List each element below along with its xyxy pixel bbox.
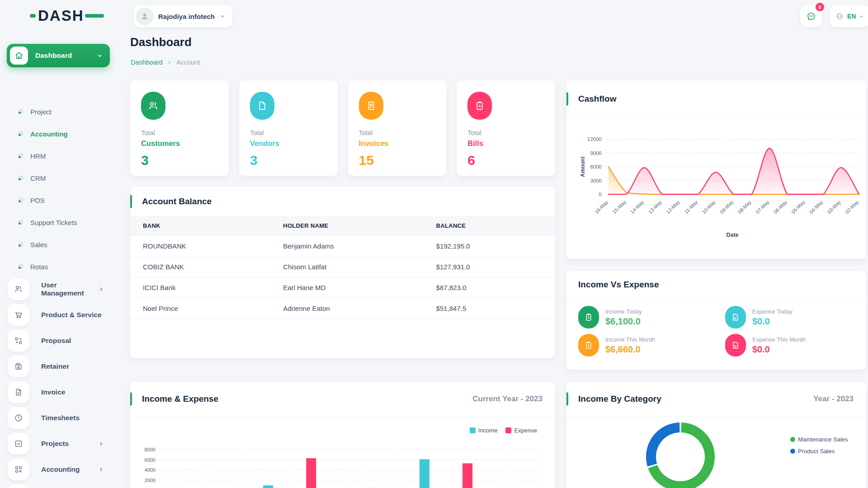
bullet-icon xyxy=(19,198,23,202)
svg-text:12-May: 12-May xyxy=(665,199,681,215)
svg-text:0: 0 xyxy=(599,192,602,197)
table-row: COBIZ BANK Chisom Latifat $127,931.0 xyxy=(130,257,555,277)
svg-text:09-May: 09-May xyxy=(719,199,735,215)
person-dashed-icon xyxy=(8,484,29,488)
sidebar-item-projects[interactable]: Projects xyxy=(0,433,120,455)
section-title: Income By Category xyxy=(578,394,661,404)
amount-value: $0.0 xyxy=(752,344,806,355)
chevron-down-icon xyxy=(97,53,103,59)
sidebar-item-invoice[interactable]: Invoice xyxy=(0,381,120,403)
bullet-icon xyxy=(19,220,23,225)
svg-text:08-May: 08-May xyxy=(737,199,753,215)
person-icon xyxy=(140,11,150,21)
chevron-right-icon xyxy=(99,286,104,292)
cart-icon xyxy=(8,304,29,326)
chevron-down-icon xyxy=(220,14,225,19)
invoice-icon xyxy=(359,92,383,120)
amount-value: $6,100.0 xyxy=(605,316,642,327)
document-icon xyxy=(725,306,746,328)
sidebar-item-dashboard[interactable]: Dashboard xyxy=(7,44,110,67)
amount-value: $6,660.0 xyxy=(605,344,655,355)
svg-text:6000: 6000 xyxy=(590,164,602,169)
home-iconbox xyxy=(10,47,28,65)
period-label: Current Year - 2023 xyxy=(472,394,542,404)
clock-icon xyxy=(8,407,29,429)
chevron-down-icon xyxy=(859,14,864,19)
stat-card-invoices[interactable]: Total Invoices 15 xyxy=(348,80,447,176)
legend-product-sales: Product Sales xyxy=(790,448,848,455)
breadcrumb: Dashboard Account xyxy=(131,59,200,66)
sidebar-item-timesheets[interactable]: Timesheets xyxy=(0,407,120,429)
legend-swatch-icon xyxy=(470,427,476,433)
table-row: ROUNDBANK Benjamin Adams $192,195.0 xyxy=(130,236,555,257)
chevron-right-icon xyxy=(99,441,104,446)
sidebar-item-support-tickets[interactable]: Support Tickets xyxy=(0,217,120,227)
svg-text:16-May: 16-May xyxy=(594,199,609,215)
sidebar-item-retainer[interactable]: Retainer xyxy=(0,356,120,377)
sidebar-item-hrm-menu[interactable]: HRM xyxy=(0,484,120,488)
logo-text: DASH xyxy=(38,7,84,24)
sidebar-item-crm[interactable]: CRM xyxy=(0,173,120,183)
app-logo[interactable]: DASH xyxy=(30,7,104,24)
svg-text:2000: 2000 xyxy=(145,478,156,483)
avatar xyxy=(136,8,153,25)
legend-maintenance-sales: Maintenance Sales xyxy=(790,436,848,443)
document-icon xyxy=(725,334,746,357)
chevron-right-icon xyxy=(99,467,104,472)
sidebar-item-project[interactable]: Project xyxy=(0,107,120,117)
legend-expense: Expense xyxy=(505,427,537,434)
sidebar-sub-menu: Project Accounting HRM CRM POS Support T… xyxy=(0,107,120,284)
expense-today-item: Expense Today $0.0 xyxy=(725,306,793,328)
stat-card-customers[interactable]: Total Customers 3 xyxy=(130,80,229,176)
topbar: DASH Rajodiya infotech 0 EN xyxy=(0,0,868,33)
sidebar-item-label: Dashboard xyxy=(35,52,72,60)
stat-value: 15 xyxy=(359,153,436,168)
svg-text:4000: 4000 xyxy=(145,467,156,473)
chart-legend: Income Expense xyxy=(470,427,537,434)
messages-button[interactable]: 0 xyxy=(800,5,822,27)
breadcrumb-dashboard-link[interactable]: Dashboard xyxy=(131,59,163,66)
bill-icon: $ xyxy=(578,306,599,328)
sidebar-item-accounting[interactable]: Accounting xyxy=(0,129,120,139)
svg-text:8000: 8000 xyxy=(145,447,156,452)
sidebar-item-pos[interactable]: POS xyxy=(0,195,120,205)
sidebar-item-rotas[interactable]: Rotas xyxy=(0,262,120,272)
language-dropdown[interactable]: EN xyxy=(830,5,868,27)
stat-value: 3 xyxy=(250,153,327,168)
expense-this-month-item: Expense This Month $0.0 xyxy=(725,334,806,357)
legend-swatch-icon xyxy=(505,427,511,433)
svg-text:6000: 6000 xyxy=(145,457,156,463)
stat-cards-row: Total Customers 3 Total Vendors 3 Total … xyxy=(130,80,555,176)
stat-value: 6 xyxy=(467,153,544,168)
svg-text:10-May: 10-May xyxy=(701,199,717,215)
note-icon xyxy=(250,92,274,120)
svg-text:05-May: 05-May xyxy=(790,199,806,215)
customers-icon xyxy=(141,92,165,120)
grid-plus-icon xyxy=(8,459,29,480)
svg-text:$: $ xyxy=(588,316,590,319)
period-label: Year - 2023 xyxy=(813,394,854,404)
sidebar-item-hrm[interactable]: HRM xyxy=(0,151,120,161)
sidebar-item-product-service[interactable]: Product & Service xyxy=(0,304,120,326)
svg-text:9000: 9000 xyxy=(590,150,602,156)
table-row: ICICI Bank Earl Hane MD $87,823.0 xyxy=(130,277,555,298)
svg-text:$: $ xyxy=(479,104,481,108)
income-this-month-item: $ Income This Month $6,660.0 xyxy=(578,334,655,357)
legend-dot-icon xyxy=(790,437,795,442)
workspace-dropdown[interactable]: Rajodiya infotech xyxy=(134,5,232,27)
stat-card-vendors[interactable]: Total Vendors 3 xyxy=(239,80,338,176)
svg-text:Date: Date xyxy=(726,232,738,238)
cashflow-card: Cashflow 030006000900012000Amount16-May1… xyxy=(566,80,866,259)
account-balance-card: Account Balance BANK HOLDER NAME BALANCE… xyxy=(130,187,555,358)
sidebar-item-user-management[interactable]: User Management xyxy=(0,278,120,300)
sidebar-item-accounting-menu[interactable]: Accounting xyxy=(0,459,120,480)
sidebar-item-sales[interactable]: Sales xyxy=(0,239,120,249)
stat-card-bills[interactable]: $ Total Bills 6 xyxy=(457,80,555,176)
section-title: Cashflow xyxy=(578,94,616,104)
bullet-icon xyxy=(19,242,23,247)
svg-text:04-May: 04-May xyxy=(808,199,824,215)
sidebar-item-proposal[interactable]: Proposal xyxy=(0,330,120,352)
section-title: Account Balance xyxy=(142,197,212,206)
svg-text:13-May: 13-May xyxy=(647,199,663,215)
income-expense-card: Income & Expense Current Year - 2023 Inc… xyxy=(130,382,555,488)
